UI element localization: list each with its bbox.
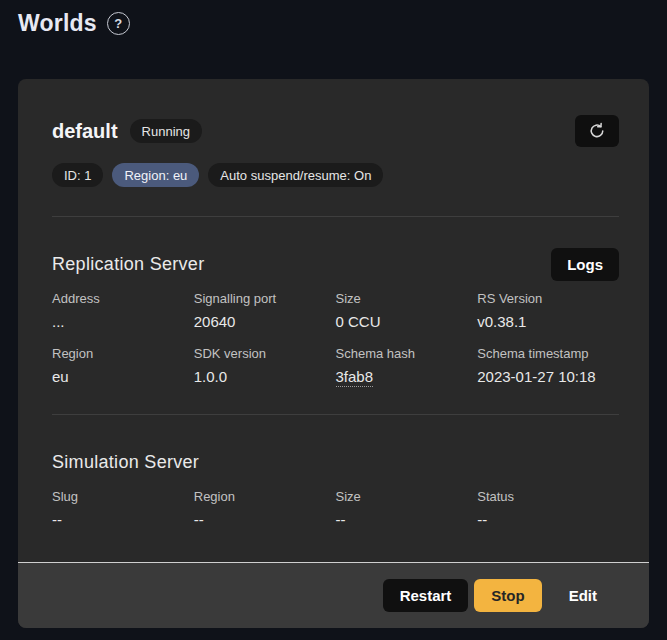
field-size: Size 0 CCU	[336, 291, 478, 330]
field-value: ...	[52, 313, 194, 330]
replication-section-header: Replication Server Logs	[52, 247, 619, 281]
status-badge: Running	[130, 119, 202, 143]
simulation-section-title: Simulation Server	[52, 452, 199, 473]
field-value: 0 CCU	[336, 313, 478, 330]
world-card: default Running ID: 1 Region: eu Auto su…	[18, 79, 649, 628]
field-region: Region eu	[52, 346, 194, 385]
field-label: Region	[52, 346, 194, 361]
simulation-fields-row: Slug -- Region -- Size -- Status --	[52, 489, 619, 562]
field-sim-size: Size --	[336, 489, 478, 528]
logs-button[interactable]: Logs	[551, 248, 619, 281]
field-slug: Slug --	[52, 489, 194, 528]
field-sdk-version: SDK version 1.0.0	[194, 346, 336, 385]
page-header: Worlds ?	[0, 0, 667, 37]
field-label: Slug	[52, 489, 194, 504]
help-glyph: ?	[114, 16, 122, 31]
field-value: v0.38.1	[477, 313, 619, 330]
world-card-body: default Running ID: 1 Region: eu Auto su…	[18, 79, 649, 562]
field-label: Address	[52, 291, 194, 306]
field-value: eu	[52, 368, 194, 385]
chip-region: Region: eu	[112, 163, 199, 187]
world-chip-row: ID: 1 Region: eu Auto suspend/resume: On	[52, 163, 619, 187]
field-label: SDK version	[194, 346, 336, 361]
field-schema-timestamp: Schema timestamp 2023-01-27 10:18	[477, 346, 619, 385]
chip-auto-suspend: Auto suspend/resume: On	[208, 163, 383, 187]
field-address: Address ...	[52, 291, 194, 330]
replication-section-title: Replication Server	[52, 254, 204, 275]
field-label: Size	[336, 489, 478, 504]
field-value: --	[336, 511, 478, 528]
world-card-footer: Restart Stop Edit	[18, 562, 649, 628]
edit-button[interactable]: Edit	[563, 579, 603, 612]
refresh-button[interactable]	[575, 115, 619, 147]
field-value: --	[194, 511, 336, 528]
refresh-icon	[588, 122, 606, 140]
field-value: 20640	[194, 313, 336, 330]
field-signalling-port: Signalling port 20640	[194, 291, 336, 330]
page-title: Worlds	[18, 10, 97, 37]
field-value: --	[52, 511, 194, 528]
schema-hash-value[interactable]: 3fab8	[336, 368, 374, 387]
field-value: 2023-01-27 10:18	[477, 368, 619, 385]
field-rs-version: RS Version v0.38.1	[477, 291, 619, 330]
field-value: --	[477, 511, 619, 528]
chip-id: ID: 1	[52, 163, 103, 187]
field-label: Schema timestamp	[477, 346, 619, 361]
field-label: Schema hash	[336, 346, 478, 361]
field-value: 3fab8	[336, 368, 478, 385]
stop-button[interactable]: Stop	[474, 579, 541, 612]
world-card-header: default Running	[52, 115, 619, 147]
field-label: Region	[194, 489, 336, 504]
field-label: Status	[477, 489, 619, 504]
section-divider	[52, 216, 619, 217]
field-label: Size	[336, 291, 478, 306]
field-sim-status: Status --	[477, 489, 619, 528]
replication-fields-row-2: Region eu SDK version 1.0.0 Schema hash …	[52, 346, 619, 385]
field-schema-hash: Schema hash 3fab8	[336, 346, 478, 385]
field-value: 1.0.0	[194, 368, 336, 385]
world-name: default	[52, 120, 118, 143]
field-label: Signalling port	[194, 291, 336, 306]
replication-fields-row-1: Address ... Signalling port 20640 Size 0…	[52, 291, 619, 330]
restart-button[interactable]: Restart	[383, 579, 469, 612]
field-label: RS Version	[477, 291, 619, 306]
section-divider	[52, 414, 619, 415]
simulation-section-header: Simulation Server	[52, 445, 619, 479]
help-circle-icon[interactable]: ?	[107, 12, 130, 35]
field-sim-region: Region --	[194, 489, 336, 528]
